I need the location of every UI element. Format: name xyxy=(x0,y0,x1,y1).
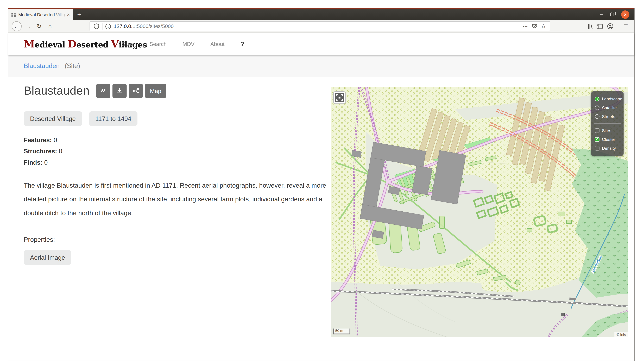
layer-option-sites[interactable]: Sites xyxy=(595,126,620,135)
layer-option-cluster[interactable]: ✓ Cluster xyxy=(595,135,620,144)
map-attribution[interactable]: © Info xyxy=(614,332,628,337)
toolbar-right-icons: ≡ xyxy=(584,21,631,32)
nav-item-mdv[interactable]: MDV xyxy=(182,41,194,47)
url-text[interactable]: 127.0.0.1:5000/sites/5000 xyxy=(114,23,174,29)
browser-tab[interactable]: Medieval Deserted Villag × xyxy=(8,9,73,20)
stats-block: Features: 0 Structures: 0 Finds: 0 xyxy=(24,134,62,168)
browser-window: Medieval Deserted Villag × + – × ← → ↻ ⌂ xyxy=(8,8,635,361)
close-button[interactable]: × xyxy=(621,11,630,19)
layer-option-density[interactable]: Density xyxy=(595,144,620,153)
site-info-icon[interactable]: i xyxy=(106,24,111,29)
menu-icon[interactable]: ≡ xyxy=(621,21,631,32)
window-top-stripe xyxy=(8,8,634,9)
window-controls: – × xyxy=(600,9,634,20)
check-icon: ✓ xyxy=(596,138,599,141)
browser-toolbar: ← → ↻ ⌂ i 127.0.0.1:5000/sites/5000 ••• xyxy=(8,20,634,33)
tags-row: Deserted Village 1171 to 1494 xyxy=(24,111,138,126)
checkbox-icon[interactable] xyxy=(595,146,600,151)
site-favicon-icon xyxy=(11,12,16,17)
brand-initial: D xyxy=(68,38,76,50)
checkbox-icon[interactable] xyxy=(595,128,600,133)
layer-option-landscape[interactable]: Landscape xyxy=(595,95,620,103)
radio-checked-icon[interactable] xyxy=(595,97,600,101)
layer-divider xyxy=(594,123,621,124)
checkbox-checked-icon[interactable]: ✓ xyxy=(595,137,600,142)
urlbar-separator xyxy=(102,23,102,30)
page-content: Blaustauden ” xyxy=(8,77,634,361)
fullscreen-control[interactable] xyxy=(333,91,346,104)
sidebar-toggle-icon[interactable] xyxy=(594,21,605,32)
new-tab-button[interactable]: + xyxy=(73,9,86,20)
library-icon[interactable] xyxy=(584,21,594,32)
property-pill: Aerial Image xyxy=(24,250,72,265)
url-path: :5000/sites/5000 xyxy=(136,23,174,29)
toolbar-separator xyxy=(618,23,618,30)
layer-label: Cluster xyxy=(602,137,615,142)
brand-logo[interactable]: Medieval Deserted Villages xyxy=(24,38,114,50)
stat-label: Finds: xyxy=(24,159,43,166)
main-nav: Sites Search MDV About ? xyxy=(122,41,244,48)
account-icon[interactable] xyxy=(605,21,615,32)
bookmark-star-icon[interactable]: ☆ xyxy=(541,23,546,30)
breadcrumb-suffix: (Site) xyxy=(65,62,80,70)
stat-label: Features: xyxy=(24,136,52,143)
reload-button[interactable]: ↻ xyxy=(34,21,44,32)
layer-label: Sites xyxy=(602,128,611,133)
stat-finds: Finds: 0 xyxy=(24,157,62,168)
nav-item-about[interactable]: About xyxy=(210,41,224,47)
site-header: Medieval Deserted Villages Sites Search … xyxy=(8,33,634,55)
network-icon xyxy=(132,88,139,94)
browser-titlebar: Medieval Deserted Villag × + – × xyxy=(8,9,634,20)
properties-tags: Aerial Image xyxy=(24,254,72,261)
site-map[interactable]: Alte Pulkau xyxy=(331,87,628,337)
tag-site-type: Deserted Village xyxy=(24,111,82,126)
map-button[interactable]: Map xyxy=(145,84,166,98)
download-button[interactable] xyxy=(112,84,127,98)
layer-option-satellite[interactable]: Satellite xyxy=(595,103,620,112)
layer-label: Streets xyxy=(602,114,615,119)
layer-label: Density xyxy=(602,146,616,151)
url-host: 127.0.0.1 xyxy=(114,23,136,29)
radio-icon[interactable] xyxy=(595,114,600,119)
forward-button[interactable]: → xyxy=(23,21,34,32)
layer-label: Landscape xyxy=(602,97,622,101)
brand-word: eserted xyxy=(76,40,111,49)
tab-close-icon[interactable]: × xyxy=(67,12,70,17)
url-bar[interactable]: i 127.0.0.1:5000/sites/5000 ••• ☆ xyxy=(90,21,550,31)
title-row: Blaustauden ” xyxy=(24,84,166,98)
stat-value: 0 xyxy=(54,136,57,143)
tab-title-fade xyxy=(54,9,64,20)
quote-icon: ” xyxy=(100,91,106,95)
nav-item-sites[interactable]: Sites xyxy=(122,41,134,47)
brand-word: edieval xyxy=(35,40,68,49)
stat-label: Structures: xyxy=(24,148,57,155)
brand-initial: M xyxy=(24,38,35,50)
properties-label: Properties: xyxy=(24,236,55,243)
download-icon xyxy=(116,88,123,94)
stat-structures: Structures: 0 xyxy=(24,145,62,157)
screenshot-stage: Medieval Deserted Villag × + – × ← → ↻ ⌂ xyxy=(0,0,644,361)
home-button[interactable]: ⌂ xyxy=(44,21,55,32)
page-actions-icon[interactable]: ••• xyxy=(523,24,528,28)
network-button[interactable] xyxy=(129,84,143,98)
stat-value: 0 xyxy=(44,159,48,166)
shield-permissions-icon[interactable] xyxy=(94,23,99,29)
nav-item-help[interactable]: ? xyxy=(240,41,244,48)
restore-button[interactable] xyxy=(610,13,614,16)
radio-icon[interactable] xyxy=(595,106,600,110)
titlebar-spacer xyxy=(86,9,600,20)
breadcrumb-site-link[interactable]: Blaustauden xyxy=(24,62,60,70)
cite-button[interactable]: ” xyxy=(96,84,110,98)
fullscreen-icon xyxy=(335,93,344,102)
page-title: Blaustauden xyxy=(24,84,90,98)
breadcrumb: Blaustauden (Site) xyxy=(8,55,634,77)
layer-option-streets[interactable]: Streets xyxy=(595,112,620,121)
minimize-button[interactable]: – xyxy=(600,11,603,17)
pocket-save-icon[interactable] xyxy=(532,23,538,29)
layer-control: Landscape Satellite Streets Sites xyxy=(591,91,624,156)
site-description: The village Blaustauden is first mention… xyxy=(24,178,331,220)
title-buttons: ” xyxy=(96,84,166,98)
back-button[interactable]: ← xyxy=(12,21,22,31)
brand-initial: V xyxy=(111,38,119,50)
nav-item-search[interactable]: Search xyxy=(150,41,166,47)
